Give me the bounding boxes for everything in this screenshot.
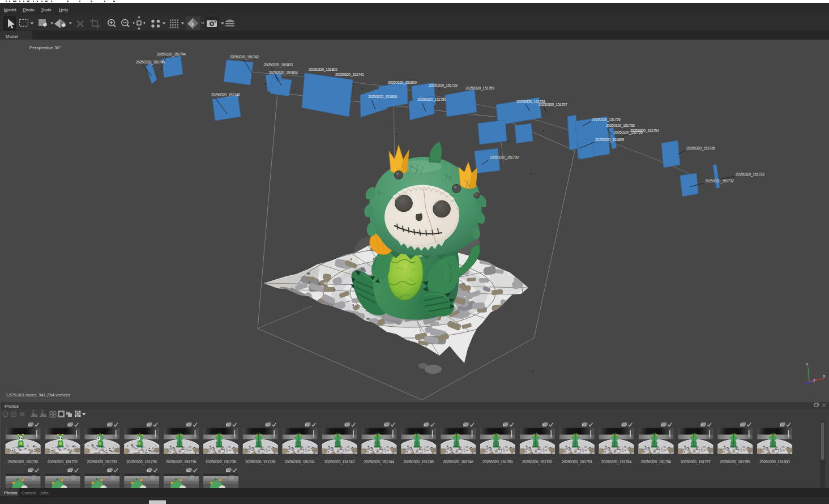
svg-text:20250320_151746: 20250320_151746 (443, 460, 473, 464)
svg-text:Photos: Photos (5, 404, 19, 409)
svg-text:Photo: Photo (23, 7, 35, 12)
svg-text:20250320_151754: 20250320_151754 (630, 129, 659, 133)
svg-text:20250320_151730: 20250320_151730 (8, 460, 39, 464)
svg-text:20250320_151732: 20250320_151732 (705, 179, 734, 183)
svg-text:Help: Help (59, 7, 69, 12)
svg-text:20250320_151756: 20250320_151756 (592, 117, 621, 122)
svg-text:Tools: Tools (41, 7, 51, 12)
svg-text:20250320_151732: 20250320_151732 (48, 460, 78, 464)
svg-text:20250320_151802: 20250320_151802 (309, 67, 337, 72)
svg-text:20250320_151742: 20250320_151742 (230, 55, 259, 59)
svg-text:20250320_151757: 20250320_151757 (681, 460, 711, 464)
svg-text:Model: Model (6, 34, 18, 39)
svg-text:20250320_151733: 20250320_151733 (736, 172, 764, 177)
svg-text:20250320_151736: 20250320_151736 (166, 460, 196, 464)
svg-text:Perspective 30°: Perspective 30° (29, 45, 61, 50)
svg-text:20250320_151757: 20250320_151757 (539, 102, 567, 107)
svg-text:Z: Z (813, 379, 815, 383)
svg-text:20250320_151750: 20250320_151750 (417, 97, 446, 102)
svg-text:Console: Console (22, 490, 37, 496)
svg-text:20250320_151744: 20250320_151744 (364, 460, 395, 464)
svg-text:1,679,001 faces, 941,254 verti: 1,679,001 faces, 941,254 vertices (6, 392, 70, 398)
svg-text:20250320_151756: 20250320_151756 (641, 460, 672, 464)
svg-text:20250320_151735: 20250320_151735 (686, 146, 715, 151)
svg-text:20250320_151803: 20250320_151803 (264, 63, 293, 67)
svg-text:20250320_151742: 20250320_151742 (324, 460, 355, 464)
svg-text:Jobs: Jobs (40, 490, 49, 496)
svg-text:20250320_151733: 20250320_151733 (87, 460, 117, 464)
svg-text:20250320_151746: 20250320_151746 (211, 93, 240, 97)
svg-text:20250320_151741: 20250320_151741 (285, 460, 315, 464)
svg-text:20250320_151739: 20250320_151739 (245, 460, 276, 464)
svg-text:Y: Y (806, 362, 809, 366)
svg-text:X: X (823, 374, 826, 378)
svg-text:20250320_151745: 20250320_151745 (136, 60, 165, 65)
svg-text:20250320_151800: 20250320_151800 (759, 460, 790, 464)
svg-text:20250320_151738: 20250320_151738 (206, 460, 236, 464)
svg-text:20250320_151736: 20250320_151736 (606, 123, 635, 128)
svg-text:20250320_151741: 20250320_151741 (335, 72, 364, 77)
svg-text:20250320_151730: 20250320_151730 (490, 155, 519, 160)
svg-text:Photos: Photos (4, 490, 18, 496)
svg-text:20250320_151759: 20250320_151759 (720, 460, 750, 464)
svg-text:20250320_151804: 20250320_151804 (269, 71, 298, 75)
svg-text:20250320_151744: 20250320_151744 (157, 52, 186, 57)
svg-text:20250320_151754: 20250320_151754 (601, 460, 632, 464)
svg-text:20250320_151750: 20250320_151750 (482, 460, 513, 464)
svg-text:20250320_151809: 20250320_151809 (595, 138, 624, 142)
svg-text:Model: Model (4, 7, 16, 12)
svg-text:20250320_151753: 20250320_151753 (562, 460, 592, 464)
svg-text:20250320_151752: 20250320_151752 (522, 460, 553, 464)
svg-text:20250320_151735: 20250320_151735 (126, 460, 157, 464)
svg-text:20250320_151800: 20250320_151800 (388, 80, 417, 85)
svg-text:20250320_151739: 20250320_151739 (429, 83, 458, 88)
svg-text:20250320_151806: 20250320_151806 (368, 95, 397, 99)
svg-text:20250320_151759: 20250320_151759 (465, 86, 494, 91)
svg-text:20250320_151745: 20250320_151745 (403, 460, 434, 464)
